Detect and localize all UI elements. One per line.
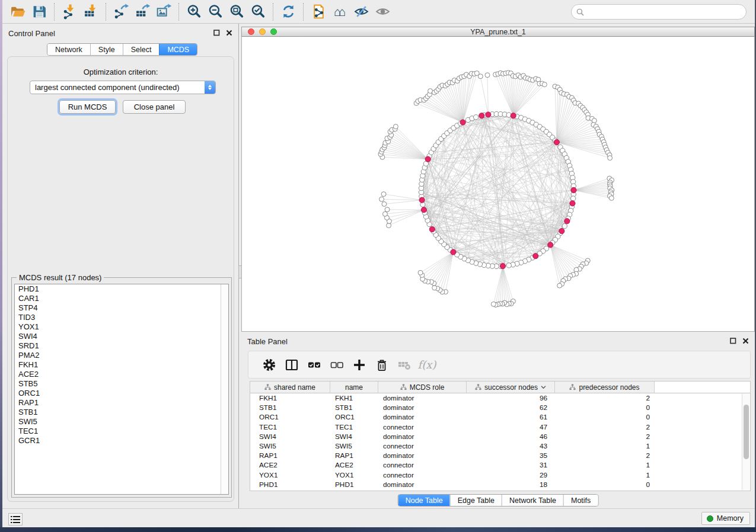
network-from-selection-icon[interactable]: [308, 2, 329, 21]
cell-shared_name: SWI5: [250, 442, 330, 450]
toolbar-separator: [303, 3, 304, 21]
import-network-icon[interactable]: [59, 2, 80, 21]
close-panel-button[interactable]: Close panel: [123, 100, 186, 114]
function-builder-icon: f(x): [416, 355, 438, 375]
criterion-dropdown[interactable]: largest connected component (undirected): [30, 81, 216, 94]
close-panel-icon[interactable]: [742, 338, 749, 344]
cell-shared_name: FKH1: [250, 394, 330, 402]
control-panel-title: Control Panel: [8, 29, 55, 38]
mcds-result-item[interactable]: PHD1: [15, 284, 228, 294]
cell-name: STB1: [330, 403, 378, 412]
tab-select[interactable]: Select: [123, 44, 160, 55]
float-panel-icon[interactable]: [730, 338, 736, 344]
export-table-icon[interactable]: [132, 2, 153, 21]
table-scrollbar-thumb[interactable]: [744, 405, 749, 459]
export-network-icon[interactable]: [110, 2, 132, 21]
criterion-value: largest connected component (undirected): [30, 83, 205, 92]
tab-mcds[interactable]: MCDS: [159, 44, 197, 55]
search-container: [571, 4, 747, 20]
mcds-result-item[interactable]: ORC1: [15, 389, 228, 398]
mcds-result-item[interactable]: STP4: [15, 303, 228, 313]
table-scrollbar[interactable]: [742, 394, 749, 490]
memory-button[interactable]: Memory: [701, 512, 750, 525]
mcds-result-item[interactable]: GCR1: [15, 436, 228, 446]
run-mcds-button[interactable]: Run MCDS: [59, 100, 116, 114]
mcds-result-item[interactable]: FKH1: [15, 360, 228, 370]
add-row-icon[interactable]: [348, 355, 371, 375]
mcds-result-item[interactable]: SWI5: [15, 417, 228, 427]
zoom-out-icon[interactable]: [205, 2, 226, 21]
mcds-result-item[interactable]: SWI4: [15, 332, 228, 341]
search-input[interactable]: [571, 4, 747, 20]
task-history-button[interactable]: [8, 513, 23, 525]
save-icon[interactable]: [28, 2, 50, 21]
first-neighbors-icon[interactable]: ⌂⌂: [329, 2, 350, 21]
hide-selected-icon[interactable]: [350, 2, 372, 21]
mcds-result-item[interactable]: STB1: [15, 408, 228, 417]
float-panel-icon[interactable]: [213, 30, 220, 36]
mcds-result-item[interactable]: YOX1: [15, 322, 228, 332]
mcds-result-item[interactable]: CAR1: [15, 294, 228, 303]
table-row[interactable]: SWI5SWI5connector431: [250, 441, 750, 451]
import-table-icon[interactable]: [80, 2, 101, 21]
network-window-titlebar[interactable]: YPA_prune.txt_1: [241, 27, 755, 37]
mcds-result-item[interactable]: SRD1: [15, 341, 228, 351]
zoom-fit-icon[interactable]: [226, 2, 247, 21]
cell-predecessor_nodes: 0: [555, 403, 655, 412]
network-window-title: YPA_prune.txt_1: [242, 28, 754, 36]
tab-style[interactable]: Style: [90, 44, 123, 55]
toolbar-separator: [106, 3, 106, 21]
table-row[interactable]: TEC1TEC1connector472: [250, 422, 750, 432]
cell-mcds_role: dominator: [378, 413, 467, 421]
show-all-icon[interactable]: [372, 2, 393, 21]
close-panel-icon[interactable]: [226, 30, 232, 36]
refresh-icon[interactable]: [277, 2, 299, 21]
zoom-selected-icon[interactable]: [247, 2, 269, 21]
mcds-result-item[interactable]: PMA2: [15, 351, 228, 360]
cell-successor_nodes: 61: [467, 413, 555, 421]
select-all-icon[interactable]: [303, 355, 326, 375]
cell-successor_nodes: 29: [467, 471, 555, 479]
export-image-icon[interactable]: [153, 2, 174, 21]
cell-name: PHD1: [330, 480, 378, 489]
cell-name: SWI4: [330, 432, 378, 441]
column-header-predecessor-nodes[interactable]: predecessor nodes: [555, 382, 655, 393]
tab-network[interactable]: Network: [47, 44, 90, 55]
delete-row-icon[interactable]: [371, 355, 393, 375]
mcds-result-item[interactable]: TEC1: [15, 427, 228, 436]
mcds-result-item[interactable]: RAP1: [15, 398, 228, 408]
table-row[interactable]: ACE2ACE2connector311: [250, 460, 750, 470]
tab-network-table[interactable]: Network Table: [502, 495, 563, 506]
desktop: ⌂⌂ Control Panel NetworkStyleSelectMCDS: [0, 0, 756, 532]
open-folder-icon[interactable]: [7, 2, 28, 21]
table-row[interactable]: SWI4SWI4dominator462: [250, 432, 750, 441]
column-header-name[interactable]: name: [330, 382, 378, 393]
mcds-result-item[interactable]: ACE2: [15, 370, 228, 379]
table-row[interactable]: PHD1PHD1dominator180: [250, 480, 750, 489]
mcds-result-item[interactable]: TID3: [15, 313, 228, 322]
table-row[interactable]: FKH1FKH1dominator962: [250, 393, 750, 403]
tab-node-table[interactable]: Node Table: [398, 495, 450, 506]
tab-edge-table[interactable]: Edge Table: [450, 495, 502, 506]
deselect-all-icon[interactable]: [326, 355, 348, 375]
cell-mcds_role: connector: [378, 423, 467, 431]
cell-predecessor_nodes: 1: [555, 471, 655, 479]
cell-name: YOX1: [330, 471, 378, 479]
table-row[interactable]: RAP1RAP1dominator352: [250, 451, 750, 460]
cell-mcds_role: dominator: [378, 451, 467, 460]
column-header-successor-nodes[interactable]: successor nodes: [467, 382, 555, 393]
result-list-scrollbar[interactable]: [221, 284, 228, 494]
table-panel-title: Table Panel: [247, 337, 288, 346]
show-columns-icon[interactable]: [280, 355, 303, 375]
table-row[interactable]: YOX1YOX1connector291: [250, 470, 750, 480]
zoom-in-icon[interactable]: [183, 2, 205, 21]
column-header-shared-name[interactable]: shared name: [250, 382, 330, 393]
control-panel: Control Panel NetworkStyleSelectMCDS Opt…: [2, 24, 239, 508]
table-row[interactable]: ORC1ORC1dominator610: [250, 412, 750, 422]
tab-motifs[interactable]: Motifs: [563, 495, 598, 506]
column-header-MCDS-role[interactable]: MCDS role: [378, 382, 467, 393]
settings-icon[interactable]: [258, 355, 280, 375]
table-row[interactable]: STB1STB1dominator620: [250, 403, 750, 412]
mcds-result-item[interactable]: STB5: [15, 379, 228, 389]
network-canvas[interactable]: [241, 37, 755, 332]
